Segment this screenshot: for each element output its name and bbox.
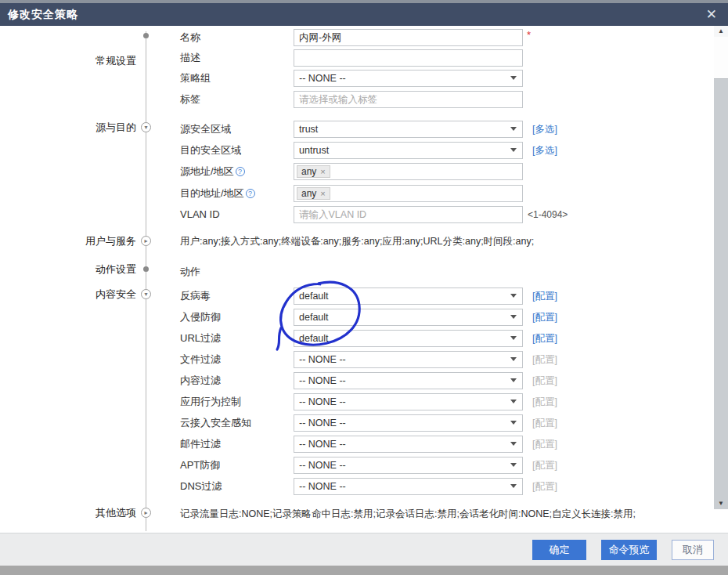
dialog-footer: 确定 命令预览 取消: [0, 533, 728, 566]
dropdown-caret-icon: [510, 484, 517, 488]
required-asterisk: *: [527, 29, 531, 41]
src-zone-multiselect-link[interactable]: [多选]: [532, 121, 557, 138]
dst-address-label-text: 目的地址/地区: [180, 187, 244, 199]
section-label-source-dest: 源与目的: [13, 119, 136, 136]
name-input[interactable]: 内网-外网: [294, 29, 523, 46]
url-filter-select[interactable]: default: [294, 330, 523, 347]
dst-address-input[interactable]: any×: [294, 185, 523, 202]
apt-defense-value: -- NONE --: [299, 460, 346, 471]
content-filter-select[interactable]: -- NONE --: [294, 372, 523, 389]
file-filter-select[interactable]: -- NONE --: [294, 351, 523, 368]
scroll-down-icon[interactable]: ▼: [714, 498, 728, 509]
dropdown-caret-icon: [510, 357, 517, 361]
mail-filter-configure-link: [配置]: [532, 436, 557, 453]
content-filter-value: -- NONE --: [299, 375, 346, 386]
address-chip: any×: [297, 165, 330, 178]
vertical-scrollbar[interactable]: ▲ ▼: [714, 26, 728, 509]
cloud-access-label: 云接入安全感知: [180, 414, 294, 432]
vlan-label: VLAN ID: [180, 206, 294, 223]
ips-label: 入侵防御: [180, 309, 294, 326]
mail-filter-select[interactable]: -- NONE --: [294, 436, 523, 453]
chevron-right-icon[interactable]: ▸: [141, 236, 151, 246]
dns-filter-value: -- NONE --: [299, 481, 346, 492]
cloud-access-configure-link: [配置]: [532, 414, 557, 432]
dns-filter-label: DNS过滤: [180, 478, 294, 495]
ok-button[interactable]: 确定: [532, 540, 586, 560]
mail-filter-value: -- NONE --: [299, 439, 346, 450]
url-filter-configure-link[interactable]: [配置]: [532, 330, 557, 347]
address-chip: any×: [297, 187, 330, 200]
dropdown-caret-icon: [510, 336, 517, 340]
dst-zone-label: 目的安全区域: [180, 142, 294, 159]
chevron-down-icon[interactable]: ▾: [141, 289, 151, 299]
policy-group-select[interactable]: -- NONE --: [294, 70, 523, 87]
dropdown-caret-icon: [510, 442, 517, 446]
dropdown-caret-icon: [510, 378, 517, 382]
src-address-label: 源地址/地区?: [180, 163, 294, 180]
action-label: 动作: [180, 263, 294, 280]
dropdown-caret-icon: [510, 421, 517, 425]
section-marker-dot: [143, 33, 149, 38]
command-preview-button[interactable]: 命令预览: [601, 540, 657, 560]
dns-filter-select[interactable]: -- NONE --: [294, 478, 523, 495]
section-marker-dot: [143, 266, 149, 272]
antivirus-label: 反病毒: [180, 288, 294, 305]
src-address-label-text: 源地址/地区: [180, 165, 234, 177]
src-address-input[interactable]: any×: [294, 163, 523, 180]
policy-group-value: -- NONE --: [299, 73, 346, 84]
dropdown-caret-icon: [510, 148, 517, 152]
ips-configure-link[interactable]: [配置]: [532, 309, 557, 326]
cloud-access-select[interactable]: -- NONE --: [294, 414, 523, 432]
scroll-up-icon[interactable]: ▲: [714, 26, 728, 37]
close-icon[interactable]: ✕: [703, 8, 720, 21]
chip-remove-icon[interactable]: ×: [320, 164, 325, 179]
section-label-other: 其他选项: [13, 504, 136, 522]
app-behavior-label: 应用行为控制: [180, 393, 294, 410]
name-label: 名称: [180, 29, 294, 46]
antivirus-select[interactable]: default: [294, 288, 523, 305]
tag-label: 标签: [180, 91, 294, 108]
dialog-title: 修改安全策略: [8, 8, 78, 22]
chevron-right-icon[interactable]: ▸: [141, 508, 151, 518]
dropdown-caret-icon: [510, 127, 517, 131]
dst-zone-value: untrust: [299, 145, 329, 156]
dropdown-caret-icon: [510, 315, 517, 319]
app-behavior-select[interactable]: -- NONE --: [294, 393, 523, 410]
antivirus-value: default: [299, 291, 329, 302]
dropdown-caret-icon: [510, 463, 517, 467]
dialog-body: 常规设置 源与目的 ▾ 用户与服务 ▸ 动作设置 内容安全 ▾ 其他选项 ▸ 名…: [0, 26, 728, 533]
url-filter-label: URL过滤: [180, 330, 294, 347]
section-label-action: 动作设置: [13, 261, 136, 278]
chevron-down-icon[interactable]: ▾: [141, 122, 151, 132]
dropdown-caret-icon: [510, 294, 517, 298]
cancel-button[interactable]: 取消: [672, 540, 714, 560]
dialog-titlebar: 修改安全策略 ✕: [0, 3, 728, 26]
mail-filter-label: 邮件过滤: [180, 436, 294, 453]
apt-defense-select[interactable]: -- NONE --: [294, 457, 523, 474]
other-options-summary: 记录流量日志:NONE;记录策略命中日志:禁用;记录会话日志:禁用;会话老化时间…: [180, 508, 697, 520]
dropdown-caret-icon: [510, 76, 517, 80]
section-label-content-security: 内容安全: [13, 286, 136, 303]
chip-label: any: [301, 164, 316, 179]
tag-placeholder: 请选择或输入标签: [299, 94, 377, 105]
description-label: 描述: [180, 49, 294, 67]
apt-defense-configure-link: [配置]: [532, 457, 557, 474]
section-timeline: [146, 31, 146, 531]
src-zone-select[interactable]: trust: [294, 121, 523, 138]
app-behavior-configure-link: [配置]: [532, 393, 557, 410]
dst-address-label: 目的地址/地区?: [180, 185, 294, 202]
ips-select[interactable]: default: [294, 309, 523, 326]
vlan-input[interactable]: 请输入VLAN ID: [294, 206, 523, 223]
antivirus-configure-link[interactable]: [配置]: [532, 288, 557, 305]
description-input[interactable]: [294, 49, 523, 67]
file-filter-value: -- NONE --: [299, 354, 346, 365]
scrollbar-thumb[interactable]: [714, 37, 728, 79]
chip-remove-icon[interactable]: ×: [320, 186, 325, 201]
tag-input[interactable]: 请选择或输入标签: [294, 91, 523, 108]
help-icon[interactable]: ?: [236, 167, 245, 176]
help-icon[interactable]: ?: [246, 189, 255, 198]
dst-zone-select[interactable]: untrust: [294, 142, 523, 159]
dst-zone-multiselect-link[interactable]: [多选]: [532, 142, 557, 159]
app-behavior-value: -- NONE --: [299, 396, 346, 407]
file-filter-configure-link: [配置]: [532, 351, 557, 368]
